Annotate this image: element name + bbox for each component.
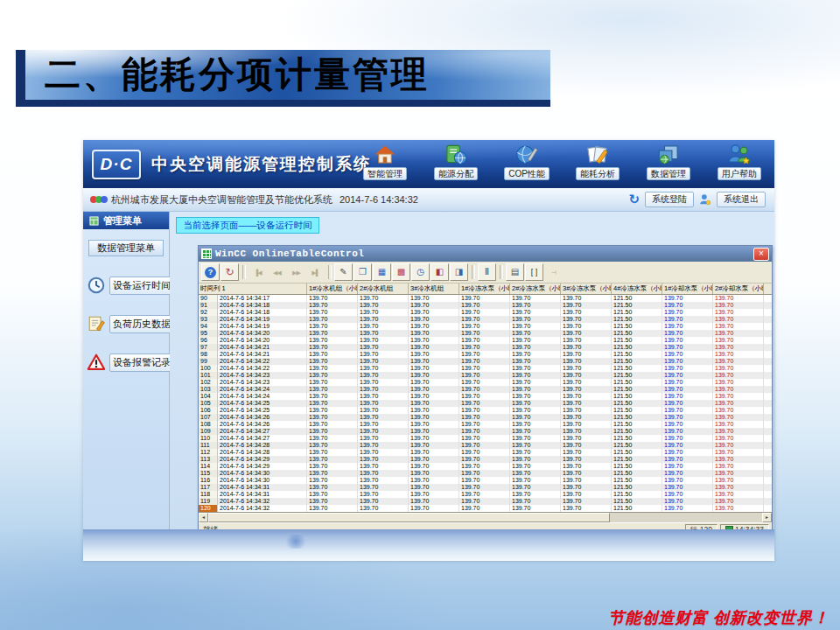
table-cell[interactable]: 139.70 bbox=[561, 428, 612, 435]
table-cell[interactable]: 139.70 bbox=[307, 400, 358, 407]
table-cell[interactable]: 139.70 bbox=[307, 498, 358, 505]
table-cell[interactable]: 97 bbox=[199, 344, 218, 351]
table-cell[interactable]: 139.70 bbox=[713, 414, 764, 421]
table-cell[interactable]: 139.70 bbox=[662, 442, 713, 449]
table-cell[interactable]: 139.70 bbox=[307, 386, 358, 393]
table-cell[interactable]: 139.70 bbox=[561, 351, 612, 358]
table-cell[interactable]: 139.70 bbox=[409, 393, 459, 400]
column-header[interactable]: 时间列 1 bbox=[199, 284, 307, 294]
table-cell[interactable]: 121.50 bbox=[612, 372, 662, 379]
table-cell[interactable]: 139.70 bbox=[510, 477, 561, 484]
table-cell[interactable]: 139.70 bbox=[358, 505, 409, 512]
table-cell[interactable]: 95 bbox=[199, 330, 218, 337]
table-cell[interactable]: 139.70 bbox=[662, 344, 713, 351]
sidebar-item-load-history[interactable]: 负荷历史数据 bbox=[87, 314, 169, 333]
table-cell[interactable]: 121.50 bbox=[612, 449, 662, 456]
table-cell[interactable]: 139.70 bbox=[459, 414, 510, 421]
table-cell[interactable]: 139.70 bbox=[307, 421, 358, 428]
table-cell[interactable]: 139.70 bbox=[459, 491, 510, 498]
table-cell[interactable]: 2014-7-6 14:34:23 bbox=[218, 379, 307, 386]
table-cell[interactable]: 139.70 bbox=[358, 330, 409, 337]
table-row[interactable]: 1012014-7-6 14:34:23139.70139.70139.7013… bbox=[199, 372, 772, 379]
column-header[interactable]: 1#冷却水泵（小时） bbox=[662, 284, 713, 294]
table-cell[interactable]: 139.70 bbox=[713, 435, 764, 442]
table-cell[interactable]: 139.70 bbox=[459, 477, 510, 484]
edit-pen-icon[interactable]: ✎ bbox=[334, 263, 353, 281]
table-cell[interactable]: 139.70 bbox=[409, 351, 459, 358]
table-cell[interactable]: 139.70 bbox=[561, 344, 612, 351]
table-cell[interactable]: 139.70 bbox=[358, 470, 409, 477]
table-cell[interactable]: 2014-7-6 14:34:26 bbox=[218, 414, 307, 421]
table-row[interactable]: 922014-7-6 14:34:18139.70139.70139.70139… bbox=[199, 309, 772, 316]
table-cell[interactable]: 139.70 bbox=[662, 330, 713, 337]
table-cell[interactable]: 139.70 bbox=[662, 421, 713, 428]
table-cell[interactable]: 139.70 bbox=[459, 442, 510, 449]
table-cell[interactable]: 139.70 bbox=[409, 400, 459, 407]
table-cell[interactable]: 121.50 bbox=[612, 435, 662, 442]
table-row[interactable]: 1042014-7-6 14:34:24139.70139.70139.7013… bbox=[199, 393, 772, 400]
table-cell[interactable]: 139.70 bbox=[561, 449, 612, 456]
table-cell[interactable]: 2014-7-6 14:34:31 bbox=[218, 484, 307, 491]
table-cell[interactable]: 139.70 bbox=[307, 358, 358, 365]
table-row[interactable]: 902014-7-6 14:34:17139.70139.70139.70139… bbox=[199, 295, 772, 302]
table-cell[interactable]: 139.70 bbox=[409, 456, 459, 463]
table-cell[interactable]: 139.70 bbox=[409, 498, 459, 505]
table-cell[interactable]: 139.70 bbox=[713, 379, 764, 386]
table-cell[interactable]: 139.70 bbox=[510, 442, 561, 449]
table-cell[interactable]: 139.70 bbox=[662, 365, 713, 372]
table-cell[interactable]: 2014-7-6 14:34:18 bbox=[218, 309, 307, 316]
table-cell[interactable]: 139.70 bbox=[662, 449, 713, 456]
copy-icon[interactable]: ❐ bbox=[354, 263, 372, 281]
table-row[interactable]: 1112014-7-6 14:34:28139.70139.70139.7013… bbox=[199, 442, 772, 449]
table-cell[interactable]: 139.70 bbox=[662, 491, 713, 498]
table-cell[interactable]: 2014-7-6 14:34:28 bbox=[218, 449, 307, 456]
table-cell[interactable]: 139.70 bbox=[510, 400, 561, 407]
table-cell[interactable]: 108 bbox=[199, 421, 218, 428]
table-row[interactable]: 962014-7-6 14:34:20139.70139.70139.70139… bbox=[199, 337, 772, 344]
column-header[interactable]: 2#冷水机组 bbox=[358, 284, 409, 294]
table-cell[interactable]: 139.70 bbox=[510, 421, 561, 428]
table-cell[interactable]: 139.70 bbox=[409, 316, 459, 323]
table-cell[interactable]: 139.70 bbox=[409, 421, 459, 428]
table-cell[interactable]: 139.70 bbox=[409, 295, 459, 302]
brackets-icon[interactable]: [ ] bbox=[525, 263, 543, 281]
table-cell[interactable]: 2014-7-6 14:34:32 bbox=[218, 498, 307, 505]
table-cell[interactable]: 121.50 bbox=[612, 428, 662, 435]
table-cell[interactable]: 139.70 bbox=[358, 484, 409, 491]
table-cell[interactable]: 139.70 bbox=[561, 316, 612, 323]
table-cell[interactable]: 2014-7-6 14:34:19 bbox=[218, 316, 307, 323]
table-cell[interactable]: 139.70 bbox=[662, 302, 713, 309]
table-cell[interactable]: 139.70 bbox=[307, 442, 358, 449]
table-cell[interactable]: 139.70 bbox=[510, 379, 561, 386]
table-row[interactable]: 1032014-7-6 14:34:24139.70139.70139.7013… bbox=[199, 386, 772, 393]
pause-icon[interactable]: ‖ bbox=[478, 263, 496, 281]
table-cell[interactable]: 100 bbox=[199, 365, 218, 372]
table-cell[interactable]: 139.70 bbox=[561, 470, 612, 477]
table-cell[interactable]: 139.70 bbox=[409, 463, 459, 470]
table-cell[interactable]: 113 bbox=[199, 456, 218, 463]
table-cell[interactable]: 139.70 bbox=[459, 316, 510, 323]
table-cell[interactable]: 139.70 bbox=[561, 393, 612, 400]
table-cell[interactable]: 139.70 bbox=[713, 463, 764, 470]
table-cell[interactable]: 121.50 bbox=[612, 505, 662, 512]
table-cell[interactable]: 121.50 bbox=[612, 421, 662, 428]
table-cell[interactable]: 139.70 bbox=[561, 484, 612, 491]
table-row[interactable]: 1092014-7-6 14:34:27139.70139.70139.7013… bbox=[199, 428, 772, 435]
table-cell[interactable]: 121.50 bbox=[612, 407, 662, 414]
table-cell[interactable]: 139.70 bbox=[409, 484, 459, 491]
table-cell[interactable]: 139.70 bbox=[409, 407, 459, 414]
table-cell[interactable]: 139.70 bbox=[561, 442, 612, 449]
table-cell[interactable]: 2014-7-6 14:34:29 bbox=[218, 463, 307, 470]
table-cell[interactable]: 139.70 bbox=[459, 337, 510, 344]
table-row[interactable]: 942014-7-6 14:34:19139.70139.70139.70139… bbox=[199, 323, 772, 330]
table-cell[interactable]: 139.70 bbox=[358, 337, 409, 344]
table-cell[interactable]: 139.70 bbox=[409, 505, 459, 512]
table-cell[interactable]: 139.70 bbox=[561, 386, 612, 393]
table-cell[interactable]: 139.70 bbox=[510, 407, 561, 414]
table-cell[interactable]: 118 bbox=[199, 491, 218, 498]
table-cell[interactable]: 106 bbox=[199, 407, 218, 414]
table-cell[interactable]: 121.50 bbox=[612, 379, 662, 386]
table-cell[interactable]: 139.70 bbox=[358, 449, 409, 456]
table-cell[interactable]: 139.70 bbox=[459, 344, 510, 351]
table-cell[interactable]: 101 bbox=[199, 372, 218, 379]
